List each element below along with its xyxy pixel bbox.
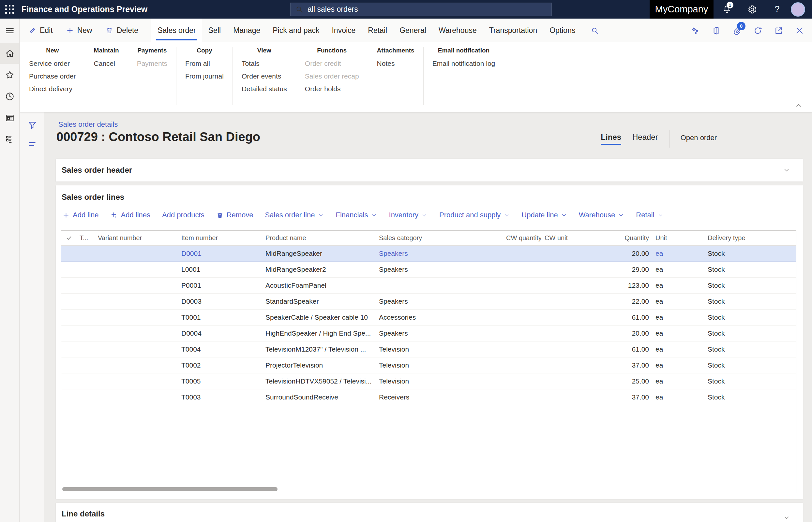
sidebar-item-modules[interactable] — [0, 129, 19, 150]
remove-button[interactable]: Remove — [216, 211, 253, 219]
cell-unit[interactable]: ea — [652, 361, 704, 369]
cell-unit[interactable]: ea — [652, 314, 704, 321]
inventory-menu[interactable]: Inventory — [389, 211, 428, 219]
column-header-item-number[interactable]: Item number — [178, 234, 262, 242]
cell-sales-category[interactable]: Accessories — [376, 314, 503, 321]
settings-gear-icon[interactable] — [745, 0, 760, 19]
table-row[interactable]: T0002 ProjectorTelevision Television 37.… — [61, 358, 796, 374]
cell-item-number[interactable]: D0001 — [178, 249, 262, 257]
column-header-product-name[interactable]: Product name — [262, 234, 376, 242]
cell-sales-category[interactable]: Television — [376, 345, 503, 353]
cell-item-number[interactable]: L0001 — [178, 265, 262, 274]
ribbon-item-order-events[interactable]: Order events — [241, 72, 287, 80]
column-header-delivery-type[interactable]: Delivery type — [704, 234, 796, 242]
view-tab-header[interactable]: Header — [632, 133, 658, 145]
add-products-button[interactable]: Add products — [162, 211, 205, 219]
tab-sell[interactable]: Sell — [202, 19, 227, 42]
sales-order-line-menu[interactable]: Sales order line — [265, 211, 324, 219]
tab-warehouse[interactable]: Warehouse — [432, 19, 483, 42]
table-row[interactable]: P0001 AcousticFoamPanel 123.00 ea Stock — [61, 278, 796, 294]
user-avatar[interactable] — [791, 0, 806, 19]
ribbon-item-cancel[interactable]: Cancel — [94, 60, 119, 67]
cell-delivery-type[interactable]: Stock — [704, 329, 796, 337]
refresh-icon[interactable] — [753, 26, 762, 35]
cell-product-name[interactable]: AcousticFoamPanel — [262, 282, 376, 289]
retail-menu[interactable]: Retail — [636, 211, 663, 219]
attachments-paperclip-icon[interactable]: 0 — [732, 26, 741, 35]
tab-transportation[interactable]: Transportation — [483, 19, 543, 42]
company-picker-button[interactable]: MyCompany — [650, 0, 714, 19]
cell-product-name[interactable]: ProjectorTelevision — [262, 361, 376, 369]
table-row[interactable]: D0003 StandardSpeaker Speakers 22.00 ea … — [61, 294, 796, 309]
ribbon-item-purchase-order[interactable]: Purchase order — [29, 72, 76, 80]
column-header-t[interactable]: T... — [76, 234, 95, 242]
cell-quantity[interactable]: 20.00 — [603, 329, 652, 337]
cell-unit[interactable]: ea — [652, 377, 704, 385]
close-icon[interactable] — [795, 26, 804, 35]
cell-item-number[interactable]: T0003 — [178, 393, 262, 401]
office-pane-icon[interactable] — [712, 26, 721, 35]
table-row[interactable]: D0001 MidRangeSpeaker Speakers 20.00 ea … — [61, 246, 796, 262]
cell-delivery-type[interactable]: Stock — [704, 345, 796, 353]
product-and-supply-menu[interactable]: Product and supply — [439, 211, 510, 219]
edit-button[interactable]: Edit — [28, 26, 53, 35]
cell-unit[interactable]: ea — [652, 265, 704, 274]
notifications-button[interactable]: 1 — [719, 0, 734, 19]
cell-quantity[interactable]: 37.00 — [603, 361, 652, 369]
table-row[interactable]: T0004 TelevisionM12037" / Television ...… — [61, 341, 796, 358]
ribbon-item-notes[interactable]: Notes — [377, 60, 414, 67]
cell-delivery-type[interactable]: Stock — [704, 377, 796, 385]
sidebar-item-recent[interactable] — [0, 86, 19, 107]
chevron-down-icon[interactable] — [782, 514, 791, 522]
cell-sales-category[interactable]: Speakers — [376, 249, 503, 257]
open-order-button[interactable]: Open order — [681, 134, 717, 144]
ribbon-item-direct-delivery[interactable]: Direct delivery — [29, 85, 76, 93]
tab-general[interactable]: General — [393, 19, 432, 42]
column-header-variant-number[interactable]: Variant number — [95, 234, 178, 242]
cell-delivery-type[interactable]: Stock — [704, 314, 796, 321]
tab-pick-and-pack[interactable]: Pick and pack — [267, 19, 326, 42]
financials-menu[interactable]: Financials — [335, 211, 377, 219]
cell-product-name[interactable]: HighEndSpeaker / High End Spe... — [262, 329, 376, 337]
cell-quantity[interactable]: 123.00 — [603, 282, 652, 289]
cell-quantity[interactable]: 61.00 — [603, 314, 652, 321]
cell-unit[interactable]: ea — [652, 393, 704, 401]
ribbon-collapse-chevron-icon[interactable] — [794, 101, 803, 109]
cell-quantity[interactable]: 29.00 — [603, 265, 652, 274]
breadcrumb[interactable]: Sales order details — [58, 120, 118, 129]
horizontal-scrollbar[interactable] — [62, 487, 277, 491]
cell-sales-category[interactable]: Receivers — [376, 393, 503, 401]
cell-quantity[interactable]: 20.00 — [603, 249, 652, 257]
tab-options[interactable]: Options — [543, 19, 581, 42]
cell-item-number[interactable]: T0005 — [178, 377, 262, 385]
cell-product-name[interactable]: MidRangeSpeaker2 — [262, 265, 376, 274]
cell-quantity[interactable]: 61.00 — [603, 345, 652, 353]
cell-delivery-type[interactable]: Stock — [704, 282, 796, 289]
tab-sales-order[interactable]: Sales order — [151, 19, 202, 42]
cell-sales-category[interactable]: Speakers — [376, 329, 503, 337]
column-header-cw-unit[interactable]: CW unit — [541, 234, 603, 242]
cell-quantity[interactable]: 37.00 — [603, 393, 652, 401]
cell-item-number[interactable]: P0001 — [178, 282, 262, 289]
update-line-menu[interactable]: Update line — [521, 211, 567, 219]
cell-product-name[interactable]: MidRangeSpeaker — [262, 249, 376, 257]
ribbon-item-service-order[interactable]: Service order — [29, 60, 76, 67]
cell-item-number[interactable]: T0002 — [178, 361, 262, 369]
cell-item-number[interactable]: T0001 — [178, 314, 262, 321]
cell-item-number[interactable]: D0004 — [178, 329, 262, 337]
cell-sales-category[interactable]: Speakers — [376, 265, 503, 274]
cell-unit[interactable]: ea — [652, 282, 704, 289]
cell-delivery-type[interactable]: Stock — [704, 361, 796, 369]
cell-delivery-type[interactable]: Stock — [704, 265, 796, 274]
table-row[interactable]: T0001 SpeakerCable / Speaker cable 10 Ac… — [61, 309, 796, 325]
chevron-down-icon[interactable] — [782, 166, 791, 174]
cell-unit[interactable]: ea — [652, 298, 704, 305]
tab-invoice[interactable]: Invoice — [326, 19, 362, 42]
cell-sales-category[interactable]: Speakers — [376, 298, 503, 305]
delete-button[interactable]: Delete — [105, 26, 138, 35]
help-button[interactable]: ? — [770, 0, 785, 19]
add-line-button[interactable]: Add line — [62, 211, 99, 219]
new-button[interactable]: New — [66, 26, 92, 35]
open-in-new-window-icon[interactable] — [774, 26, 783, 35]
filter-funnel-icon[interactable] — [20, 116, 44, 135]
